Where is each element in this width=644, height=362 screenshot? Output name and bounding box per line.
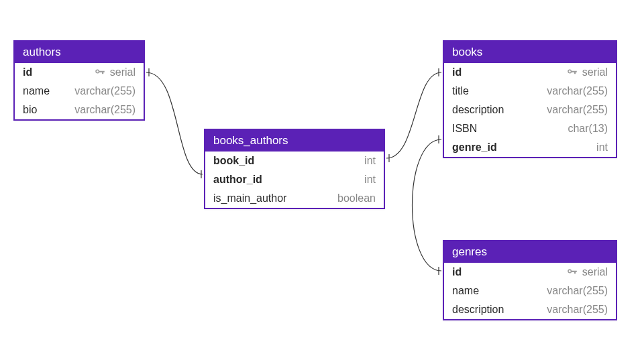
table-row: bio varchar(255)	[15, 101, 144, 119]
table-authors[interactable]: authors id serial name varchar(255) bio …	[13, 40, 145, 121]
table-row: name varchar(255)	[444, 282, 616, 300]
column-type: varchar(255)	[74, 102, 136, 118]
table-row: author_id int	[205, 170, 384, 189]
table-authors-title: authors	[15, 42, 144, 63]
column-name: id	[23, 64, 32, 80]
table-books[interactable]: books id serial title varchar(255) descr…	[443, 40, 617, 158]
table-authors-columns: id serial name varchar(255) bio varchar(…	[15, 63, 144, 119]
column-type: int	[596, 139, 608, 156]
column-type: serial	[582, 64, 608, 80]
table-row: book_id int	[205, 152, 384, 170]
key-icon	[566, 266, 578, 278]
table-books-authors-title: books_authors	[205, 130, 384, 152]
column-type: char(13)	[568, 121, 608, 137]
column-name: book_id	[213, 153, 254, 169]
column-type: serial	[582, 264, 608, 280]
table-books-title: books	[444, 42, 616, 63]
column-type: int	[364, 153, 376, 169]
table-genres[interactable]: genres id serial name varchar(255) descr…	[443, 240, 617, 320]
table-row: description varchar(255)	[444, 300, 616, 319]
column-name: name	[452, 283, 479, 299]
table-row: title varchar(255)	[444, 82, 616, 101]
key-icon	[94, 66, 106, 78]
column-name: title	[452, 83, 469, 99]
column-type: varchar(255)	[547, 283, 608, 299]
column-name: ISBN	[452, 121, 477, 137]
table-row: genre_id int	[444, 138, 616, 157]
key-icon	[566, 66, 578, 78]
column-type: serial	[110, 64, 136, 80]
table-books-authors-columns: book_id int author_id int is_main_author…	[205, 152, 384, 208]
table-books-columns: id serial title varchar(255) description…	[444, 63, 616, 157]
column-name: id	[452, 264, 462, 280]
column-type: varchar(255)	[547, 302, 608, 318]
column-type: varchar(255)	[547, 102, 608, 118]
table-row: id serial	[444, 263, 616, 282]
table-books-authors[interactable]: books_authors book_id int author_id int …	[204, 129, 385, 209]
column-name: id	[452, 64, 462, 80]
column-name: description	[452, 102, 504, 118]
column-type: varchar(255)	[547, 83, 608, 99]
column-type: boolean	[337, 190, 376, 206]
column-name: name	[23, 83, 50, 99]
table-row: id serial	[444, 63, 616, 82]
table-row: id serial	[15, 63, 144, 82]
column-type: varchar(255)	[74, 83, 136, 99]
table-genres-title: genres	[444, 241, 616, 263]
table-row: name varchar(255)	[15, 82, 144, 101]
column-name: description	[452, 302, 504, 318]
table-genres-columns: id serial name varchar(255) description …	[444, 263, 616, 319]
column-name: genre_id	[452, 139, 497, 156]
column-type: int	[364, 172, 376, 188]
table-row: is_main_author boolean	[205, 189, 384, 208]
table-row: description varchar(255)	[444, 101, 616, 119]
column-name: bio	[23, 102, 37, 118]
table-row: ISBN char(13)	[444, 119, 616, 138]
column-name: is_main_author	[213, 190, 286, 206]
column-name: author_id	[213, 172, 262, 188]
